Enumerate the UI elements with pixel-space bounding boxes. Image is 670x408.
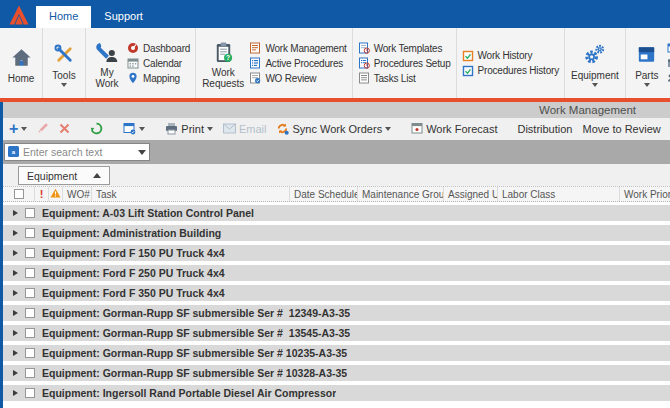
row-checkbox[interactable] xyxy=(25,328,35,338)
refresh-button[interactable] xyxy=(87,121,106,138)
expand-arrow-icon[interactable] xyxy=(13,230,18,236)
row-checkbox[interactable] xyxy=(25,368,35,378)
row-checkbox[interactable] xyxy=(25,348,35,358)
column-header-warning[interactable] xyxy=(49,187,63,201)
edit-button[interactable] xyxy=(34,121,52,137)
expand-arrow-icon[interactable] xyxy=(13,290,18,296)
ribbon-mapping-label: Mapping xyxy=(143,73,180,84)
search-input[interactable]: a Enter search text xyxy=(4,143,150,161)
group-row[interactable]: Equipment: Ingersoll Rand Portable Diese… xyxy=(3,385,670,401)
ribbon-equipment-button[interactable]: Equipment xyxy=(568,39,622,88)
window-left-border xyxy=(0,102,3,408)
chevron-down-icon xyxy=(21,127,27,131)
search-placeholder: Enter search text xyxy=(23,146,138,158)
expand-arrow-icon[interactable] xyxy=(13,310,18,316)
ribbon-procedures-history-label: Procedures History xyxy=(478,65,559,76)
exclamation-icon: ! xyxy=(40,188,44,200)
tasks-list-icon xyxy=(358,72,370,84)
column-header-task[interactable]: Task xyxy=(92,187,290,201)
expand-arrow-icon[interactable] xyxy=(13,390,18,396)
group-row[interactable]: Equipment: Gorman-Rupp SF submersible Se… xyxy=(3,325,670,341)
column-header-work-priority[interactable]: Work Priority xyxy=(620,187,670,201)
group-row[interactable]: Equipment: Ford F 150 PU Truck 4x4 xyxy=(3,245,670,261)
warning-triangle-icon xyxy=(50,188,61,200)
ribbon-procedures-setup-label: Procedures Setup xyxy=(374,58,451,69)
ribbon-group-tools: Tools xyxy=(43,28,86,98)
mapping-pin-icon xyxy=(127,72,139,84)
row-checkbox[interactable] xyxy=(25,228,35,238)
add-button[interactable]: + xyxy=(6,121,30,137)
expand-arrow-icon[interactable] xyxy=(13,330,18,336)
column-header-date-scheduled[interactable]: Date Scheduled xyxy=(290,187,358,201)
group-row[interactable]: Equipment: Ford F 350 PU Truck 4x4 xyxy=(3,285,670,301)
work-forecast-button[interactable]: Work Forecast xyxy=(408,121,500,137)
layout-export-button[interactable] xyxy=(120,121,148,138)
ribbon-parts-button[interactable]: Parts xyxy=(629,39,665,88)
expand-arrow-icon[interactable] xyxy=(13,270,18,276)
group-row-label: Equipment: Gorman-Rupp SF submersible Se… xyxy=(42,347,347,359)
chevron-down-icon xyxy=(385,127,391,131)
column-header-flag[interactable]: ! xyxy=(35,187,49,201)
forecast-calendar-icon xyxy=(411,122,423,136)
ribbon-work-templates-button[interactable]: Work Templates xyxy=(358,42,451,54)
group-by-equipment-chip[interactable]: Equipment xyxy=(18,166,110,185)
select-all-header[interactable] xyxy=(3,187,35,201)
ribbon-work-history-button[interactable]: Work History xyxy=(462,50,559,62)
email-label: Email xyxy=(239,123,267,135)
distribution-button[interactable]: Distribution xyxy=(514,122,575,136)
row-checkbox[interactable] xyxy=(25,208,35,218)
ribbon-my-work-button[interactable]: My Work xyxy=(89,36,125,90)
expand-arrow-icon[interactable] xyxy=(13,210,18,216)
chevron-down-icon xyxy=(592,83,598,87)
print-button[interactable]: Print xyxy=(162,121,216,138)
column-header-maintenance-group[interactable]: Maintenance Group xyxy=(358,187,444,201)
ribbon: Home Tools My Work xyxy=(0,28,670,98)
group-row-label: Equipment: Gorman-Rupp SF submersible Se… xyxy=(42,327,350,339)
row-checkbox[interactable] xyxy=(25,388,35,398)
ribbon-home-button[interactable]: Home xyxy=(3,42,39,85)
ribbon-mapping-button[interactable]: Mapping xyxy=(127,72,190,84)
column-header-assigned-user[interactable]: Assigned User xyxy=(444,187,498,201)
expand-arrow-icon[interactable] xyxy=(13,250,18,256)
group-row[interactable]: Equipment: Gorman-Rupp SF submersible Se… xyxy=(3,305,670,321)
ribbon-calendar-button[interactable]: Calendar xyxy=(127,57,190,69)
active-procedures-icon xyxy=(249,57,261,69)
ribbon-active-procedures-button[interactable]: Active Procedures xyxy=(249,57,346,69)
ribbon-group-work: ? Work Requests Work Management Active P… xyxy=(196,28,353,98)
expand-arrow-icon[interactable] xyxy=(13,350,18,356)
group-row[interactable]: Equipment: Administration Building xyxy=(3,225,670,241)
row-checkbox[interactable] xyxy=(25,288,35,298)
delete-button[interactable] xyxy=(56,122,73,137)
ribbon-work-requests-button[interactable]: ? Work Requests xyxy=(199,36,247,90)
expand-arrow-icon[interactable] xyxy=(13,370,18,376)
ribbon-work-management-button[interactable]: Work Management xyxy=(249,42,346,54)
tab-support[interactable]: Support xyxy=(91,6,156,28)
ribbon-dashboard-button[interactable]: Dashboard xyxy=(127,42,190,54)
group-row[interactable]: Equipment: A-03 Lift Station Control Pan… xyxy=(3,205,670,221)
group-row[interactable]: Equipment: Gorman-Rupp SF submersible Se… xyxy=(3,365,670,381)
row-checkbox[interactable] xyxy=(25,308,35,318)
home-icon xyxy=(10,45,33,71)
pencil-icon xyxy=(37,122,49,136)
ribbon-procedures-setup-button[interactable]: Procedures Setup xyxy=(358,57,451,69)
ribbon-calendar-label: Calendar xyxy=(143,58,182,69)
group-row[interactable]: Equipment: Gorman-Rupp SF submersible Se… xyxy=(3,345,670,361)
svg-text:?: ? xyxy=(226,54,230,61)
email-envelope-icon xyxy=(223,122,236,137)
tab-home[interactable]: Home xyxy=(36,6,91,28)
search-dropdown-icon[interactable] xyxy=(138,150,146,155)
ribbon-tasks-list-button[interactable]: Tasks List xyxy=(358,72,451,84)
ribbon-tools-button[interactable]: Tools xyxy=(46,39,82,88)
email-button[interactable]: Email xyxy=(220,121,270,138)
ribbon-wo-review-button[interactable]: WO Review xyxy=(249,72,346,84)
header-checkbox[interactable] xyxy=(14,189,24,199)
move-to-review-button[interactable]: Move to Review xyxy=(579,122,663,136)
row-checkbox[interactable] xyxy=(25,248,35,258)
ribbon-procedures-history-button[interactable]: Procedures History xyxy=(462,65,559,77)
group-row[interactable]: Equipment: Ford F 250 PU Truck 4x4 xyxy=(3,265,670,281)
group-row-label: Equipment: Administration Building xyxy=(42,227,221,239)
row-checkbox[interactable] xyxy=(25,268,35,278)
sync-work-orders-button[interactable]: Sync Work Orders xyxy=(273,121,394,138)
column-header-wo-number[interactable]: WO# xyxy=(63,187,92,201)
column-header-labor-class[interactable]: Labor Class xyxy=(498,187,620,201)
